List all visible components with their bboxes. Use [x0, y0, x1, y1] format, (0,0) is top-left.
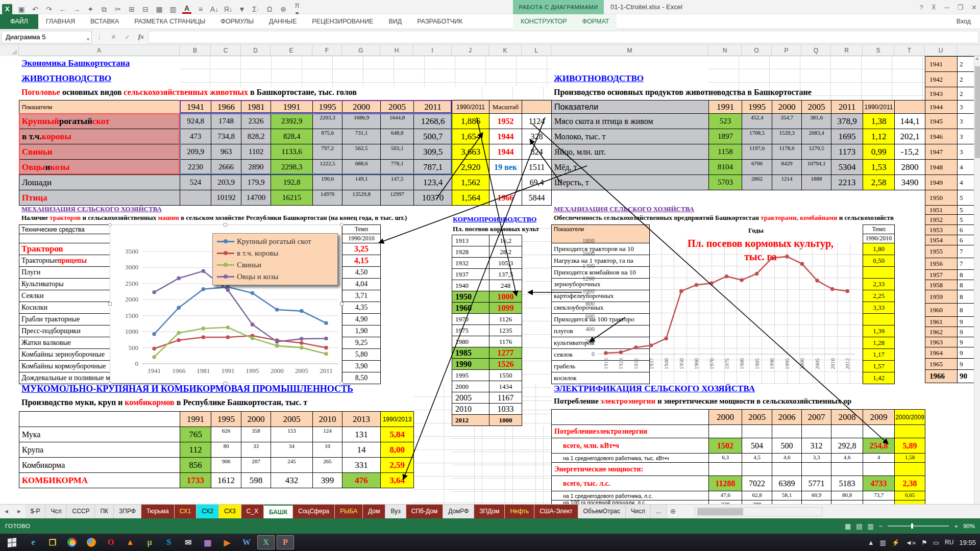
ratio-cell[interactable]: 2,38: [895, 476, 925, 491]
data-cell[interactable]: 504: [742, 438, 772, 454]
scale-cell[interactable]: 1966: [489, 190, 522, 206]
feed-value-cell[interactable]: 1434: [489, 381, 522, 392]
data-cell[interactable]: 2802: [742, 175, 772, 190]
data-cell[interactable]: 399: [313, 473, 342, 488]
data-cell[interactable]: 1197,6: [742, 144, 772, 160]
data-cell[interactable]: 432: [271, 473, 313, 488]
player-icon[interactable]: ▶: [218, 535, 236, 549]
tray-up-icon[interactable]: ▲: [868, 539, 874, 546]
ratio-cell[interactable]: 2,59: [381, 458, 414, 473]
excel-icon[interactable]: X: [257, 535, 275, 549]
tab-nav-left-icon[interactable]: ◄: [0, 505, 13, 518]
tray-network-icon[interactable]: ▭: [933, 539, 939, 546]
mechanization-right-title[interactable]: МЕХАНИЗАЦИЯ СЕЛЬСКОГО ХОЗЯЙСТВА: [554, 205, 694, 213]
feed-year-cell[interactable]: 1980: [452, 336, 489, 347]
zoom-level[interactable]: 90%: [963, 523, 975, 529]
worksheet[interactable]: Экономика Башкортостана ЖИВОТНОВОДСТВО П…: [0, 56, 974, 504]
data-cell[interactable]: 734,8: [211, 129, 241, 144]
data-cell[interactable]: 80,8: [831, 491, 863, 500]
sheet-tab[interactable]: Числ: [626, 505, 651, 518]
ratio-cell[interactable]: 2,58: [863, 175, 895, 190]
ratio-cell[interactable]: 1,38: [863, 114, 895, 129]
data-cell[interactable]: 62,8: [742, 491, 772, 500]
ratio-cell[interactable]: 3,663: [452, 144, 489, 160]
row-label-cell[interactable]: Мука: [19, 427, 180, 442]
data-cell[interactable]: 731,1: [342, 129, 381, 144]
data-cell[interactable]: 6706: [742, 160, 772, 175]
toolbar-icon[interactable]: A: [182, 5, 191, 14]
feed-value-cell[interactable]: 1033: [489, 404, 522, 415]
extra-cell[interactable]: 1124: [522, 114, 552, 129]
data-cell[interactable]: 112: [180, 442, 211, 458]
data-cell[interactable]: 476: [342, 473, 381, 488]
data-cell[interactable]: 4: [863, 454, 895, 463]
scale-cell[interactable]: 1944: [489, 144, 522, 160]
sheet-tab[interactable]: СХ2: [197, 505, 219, 518]
year-header-cell[interactable]: 2011: [831, 101, 863, 114]
row-label-cell[interactable]: Овцы и козы: [19, 160, 180, 175]
data-cell[interactable]: 190,6: [313, 175, 342, 190]
value-cell[interactable]: 4: [958, 160, 974, 175]
data-cell[interactable]: 1695: [831, 129, 863, 144]
feed-year-cell[interactable]: 1990: [452, 359, 489, 370]
temp-subheader[interactable]: 1990/2010: [863, 234, 895, 243]
cancel-icon[interactable]: ✕: [107, 33, 120, 41]
toolbar-icon[interactable]: А↓: [210, 5, 219, 13]
legend-entry[interactable]: Свиньи: [217, 259, 333, 271]
data-cell[interactable]: 452,4: [742, 114, 772, 129]
sheet-tab[interactable]: Нефть: [505, 505, 534, 518]
toolbar-icon[interactable]: →: [72, 5, 81, 13]
year-header-cell[interactable]: 2010: [313, 412, 342, 427]
add-sheet-icon[interactable]: ⊕: [667, 505, 680, 518]
data-cell[interactable]: [802, 500, 831, 504]
tab-nav-right-icon[interactable]: ►: [13, 505, 26, 518]
data-cell[interactable]: 4733: [863, 476, 895, 491]
column-header[interactable]: Q: [801, 45, 831, 56]
data-cell[interactable]: [772, 500, 802, 504]
sheet-tab[interactable]: СССР: [67, 505, 95, 518]
data-cell[interactable]: 14700: [241, 190, 271, 206]
year-cell[interactable]: 1944: [925, 101, 958, 114]
ratio-cell[interactable]: 2,920: [452, 160, 489, 175]
value-cell[interactable]: 8: [958, 280, 974, 290]
ie-icon[interactable]: e: [24, 535, 42, 549]
temp-header[interactable]: Темп: [863, 225, 895, 234]
toolbar-icon[interactable]: Σ·: [251, 5, 260, 13]
data-cell[interactable]: [742, 463, 772, 476]
year-cell[interactable]: 1961: [925, 317, 958, 327]
data-cell[interactable]: 245: [271, 458, 313, 473]
value-cell[interactable]: 5: [958, 190, 974, 206]
data-cell[interactable]: [863, 425, 895, 438]
temp-header[interactable]: Темп: [342, 225, 381, 234]
year-cell[interactable]: 1946: [925, 129, 958, 144]
year-cell[interactable]: 1962: [925, 327, 958, 337]
sheet-tab[interactable]: БАШК: [264, 505, 293, 518]
data-cell[interactable]: [772, 463, 802, 476]
data-cell[interactable]: 328: [709, 500, 742, 504]
data-cell[interactable]: 1686,9: [342, 114, 381, 129]
feed-year-cell[interactable]: 1950: [452, 291, 489, 303]
value-cell[interactable]: 6: [958, 225, 974, 235]
data-cell[interactable]: 1102: [241, 144, 271, 160]
year-header-cell[interactable]: 2005: [271, 412, 313, 427]
year-cell[interactable]: 1948: [925, 160, 958, 175]
powerpoint-icon[interactable]: P: [277, 535, 294, 549]
scrollbar-thumb[interactable]: [697, 508, 743, 515]
column-header[interactable]: D: [241, 45, 271, 56]
minimize-icon[interactable]: ─: [944, 4, 949, 11]
sheet-tab[interactable]: ПК: [95, 505, 114, 518]
column-header[interactable]: J: [452, 45, 489, 56]
year-header-cell[interactable]: 2011: [414, 101, 452, 114]
toolbar-icon[interactable]: ▥: [168, 5, 178, 13]
toolbar-icon[interactable]: ↶: [31, 5, 40, 13]
column-header[interactable]: E: [271, 45, 312, 56]
utorrent-icon[interactable]: µ: [141, 535, 158, 549]
row-label-cell[interactable]: в т.ч. коровы: [19, 129, 180, 144]
year-header-cell[interactable]: 2009: [863, 410, 895, 425]
data-cell[interactable]: 598: [241, 473, 271, 488]
sheet-tab[interactable]: $-Р: [26, 505, 46, 518]
ribbon-tab[interactable]: ВИД: [381, 14, 409, 29]
toolbar-icon[interactable]: ▣: [17, 5, 26, 13]
data-cell[interactable]: 688,6: [342, 160, 381, 175]
data-cell[interactable]: 6389: [772, 476, 802, 491]
